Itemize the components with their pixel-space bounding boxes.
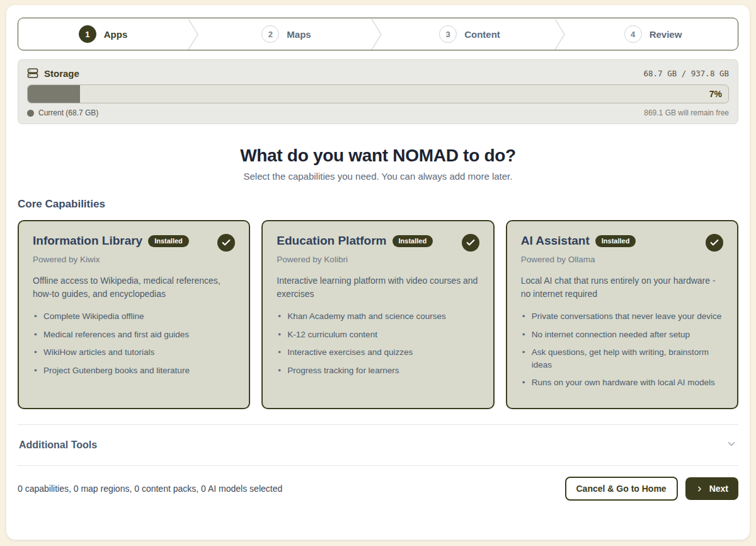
core-capabilities-heading: Core Capabilities [18, 198, 738, 211]
storage-progress-fill [28, 85, 80, 103]
storage-title: Storage [44, 68, 79, 79]
step-content[interactable]: 3 Content [385, 18, 554, 50]
footer-bar: 0 capabilities, 0 map regions, 0 content… [18, 466, 738, 511]
feature-item: Interactive exercises and quizzes [277, 346, 479, 359]
step-label: Content [464, 29, 500, 40]
storage-remaining-text: 869.1 GB will remain free [644, 108, 729, 117]
card-title: Education Platform [277, 234, 386, 248]
feature-item: Khan Academy math and science courses [277, 310, 479, 323]
card-powered-by: Powered by Ollama [521, 255, 723, 264]
card-powered-by: Powered by Kiwix [33, 255, 235, 264]
feature-item: Project Gutenberg books and literature [33, 364, 235, 377]
page-title: What do you want NOMAD to do? [18, 146, 738, 166]
feature-item: Progress tracking for learners [277, 364, 479, 377]
page-subtitle: Select the capabilities you need. You ca… [18, 171, 738, 182]
capability-card[interactable]: AI Assistant Installed Powered by Ollama… [506, 220, 738, 409]
card-title: AI Assistant [521, 234, 590, 248]
storage-legend-current: Current (68.7 GB) [38, 108, 98, 117]
cancel-go-home-button[interactable]: Cancel & Go to Home [565, 477, 678, 501]
additional-tools-toggle[interactable]: Additional Tools [18, 425, 738, 465]
card-header: Education Platform Installed [277, 234, 479, 252]
selection-summary: 0 capabilities, 0 map regions, 0 content… [18, 484, 282, 494]
selected-check-icon [462, 234, 479, 252]
step-apps[interactable]: 1 Apps [18, 18, 188, 50]
feature-item: No internet connection needed after setu… [521, 328, 723, 341]
step-review[interactable]: 4 Review [568, 18, 738, 50]
storage-percent-label: 7% [709, 89, 722, 99]
feature-item: Runs on your own hardware with local AI … [521, 376, 723, 389]
additional-tools-label: Additional Tools [19, 439, 97, 451]
selected-check-icon [217, 234, 235, 252]
storage-header: Storage 68.7 GB / 937.8 GB [27, 67, 729, 79]
card-powered-by: Powered by Kolibri [277, 255, 479, 264]
installed-badge: Installed [148, 235, 189, 247]
storage-legend-row: Current (68.7 GB) 869.1 GB will remain f… [27, 108, 729, 117]
card-feature-list: Khan Academy math and science coursesK-1… [277, 310, 479, 376]
feature-item: Private conversations that never leave y… [521, 310, 723, 323]
step-label: Review [650, 29, 682, 40]
storage-usage-text: 68.7 GB / 937.8 GB [644, 69, 729, 78]
chevron-down-icon [726, 438, 737, 452]
step-label: Maps [287, 29, 311, 40]
feature-item: K-12 curriculum content [277, 328, 479, 341]
capability-card[interactable]: Information Library Installed Powered by… [18, 220, 250, 409]
card-description: Interactive learning platform with video… [277, 274, 479, 301]
next-button-label: Next [709, 484, 728, 494]
step-separator-chevron [188, 18, 202, 50]
step-number: 1 [79, 25, 96, 43]
installed-badge: Installed [595, 235, 636, 247]
server-storage-icon [27, 67, 38, 79]
card-description: Offline access to Wikipedia, medical ref… [33, 274, 235, 301]
step-number: 2 [261, 25, 279, 43]
storage-legend: Current (68.7 GB) [27, 108, 98, 117]
stepper: 1 Apps 2 Maps 3 Content 4 Review [18, 18, 738, 50]
capability-card[interactable]: Education Platform Installed Powered by … [261, 220, 494, 409]
setup-wizard-page: 1 Apps 2 Maps 3 Content 4 Review [6, 5, 750, 540]
step-separator-chevron [554, 18, 568, 50]
step-label: Apps [104, 29, 128, 40]
card-header: Information Library Installed [33, 234, 235, 252]
feature-item: Ask questions, get help with writing, br… [521, 346, 723, 371]
step-maps[interactable]: 2 Maps [202, 18, 371, 50]
card-description: Local AI chat that runs entirely on your… [521, 274, 723, 301]
card-feature-list: Private conversations that never leave y… [521, 310, 723, 389]
feature-item: Complete Wikipedia offline [33, 310, 235, 323]
next-button[interactable]: Next [685, 477, 738, 500]
chevron-right-icon [696, 485, 704, 493]
card-header: AI Assistant Installed [521, 234, 723, 252]
step-separator-chevron [371, 18, 385, 50]
feature-item: WikiHow articles and tutorials [33, 346, 235, 359]
storage-progress-bar: 7% [27, 84, 729, 103]
selected-check-icon [706, 234, 723, 252]
feature-item: Medical references and first aid guides [33, 328, 235, 341]
capability-cards: Information Library Installed Powered by… [18, 220, 738, 409]
card-title: Information Library [33, 234, 142, 248]
card-feature-list: Complete Wikipedia offlineMedical refere… [33, 310, 235, 376]
step-number: 3 [439, 25, 457, 43]
step-number: 4 [624, 25, 642, 43]
current-usage-dot-icon [27, 110, 34, 117]
storage-panel: Storage 68.7 GB / 937.8 GB 7% Current (6… [18, 59, 738, 124]
installed-badge: Installed [392, 235, 433, 247]
